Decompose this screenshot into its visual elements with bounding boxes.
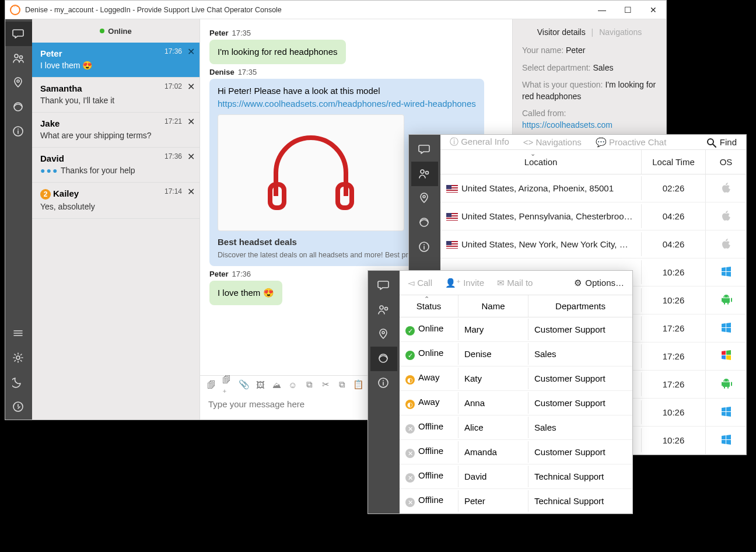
tab-navigations[interactable]: Navigations (599, 27, 642, 37)
product-link[interactable]: https://www.coolheadsets.com/headphones/… (218, 99, 476, 109)
chats-icon[interactable] (370, 273, 397, 298)
operator-department: Technical Support (528, 466, 632, 487)
visitor-local-time: 10:26 (641, 260, 705, 284)
tab-visitor-details[interactable]: Visitor details (537, 27, 586, 37)
people-icon[interactable] (370, 298, 397, 322)
os-icon (705, 174, 746, 202)
operator-row[interactable]: ◐AwayKatyCustomer Support (400, 366, 632, 391)
conversation-snippet: ●●● Thanks for your help (40, 166, 191, 175)
operators-table-head: ⌃ Status Name Departments (400, 295, 632, 317)
os-icon (705, 287, 746, 314)
operators-tabs: ◅ Call 👤⁺ Invite ✉ Mail to ⚙ Options… (400, 271, 632, 295)
gear-icon[interactable] (5, 346, 32, 371)
status-icon: ✕ (405, 498, 415, 507)
visitor-row[interactable]: United States, Arizona, Phoenix, 8500102… (440, 174, 746, 202)
svg-point-11 (423, 195, 425, 198)
conversation-item[interactable]: Samantha Thank you, I'll take it 17:02 ✕ (32, 78, 200, 113)
tab-navigations[interactable]: <> Navigations (523, 137, 582, 147)
close-conversation-icon[interactable]: ✕ (187, 46, 195, 57)
left-iconbar (5, 19, 32, 420)
paste-icon[interactable]: 📋 (353, 379, 363, 390)
mailto-button[interactable]: ✉ Mail to (497, 278, 533, 288)
minimize-button[interactable]: — (589, 1, 615, 19)
operator-status[interactable]: Online (32, 19, 200, 43)
operator-row[interactable]: ◐AwayAnnaCustomer Support (400, 391, 632, 415)
status-label: Online (108, 27, 131, 36)
conversation-item[interactable]: Peter I love them 😍 17:36 ✕ (32, 43, 200, 78)
col-departments[interactable]: Departments (528, 295, 632, 317)
os-icon (705, 315, 746, 342)
close-conversation-icon[interactable]: ✕ (187, 186, 195, 197)
typing-icon: ●●● (40, 166, 58, 175)
chart-icon[interactable]: ⛰ (271, 379, 282, 390)
visitor-local-time: 10:26 (641, 400, 705, 424)
chats-icon[interactable] (5, 22, 32, 46)
location-icon[interactable] (370, 322, 397, 347)
options-button[interactable]: ⚙ Options… (574, 278, 624, 288)
close-conversation-icon[interactable]: ✕ (187, 81, 195, 92)
operator-row[interactable]: ✕OfflineAliceSales (400, 415, 632, 440)
operator-name: David (458, 466, 528, 487)
orbit-icon[interactable] (370, 347, 397, 371)
close-conversation-icon[interactable]: ✕ (187, 116, 195, 127)
operator-row[interactable]: ✕OfflinePeterTechnical Support (400, 489, 632, 513)
menu-icon[interactable] (5, 322, 32, 346)
status-icon: ◐ (405, 375, 415, 385)
find-button[interactable]: Find (706, 137, 737, 148)
call-button[interactable]: ◅ Call (408, 278, 432, 288)
operator-row[interactable]: ✕OfflineDavidTechnical Support (400, 464, 632, 489)
logout-icon[interactable] (5, 395, 32, 420)
operator-row[interactable]: ✓OnlineDeniseSales (400, 342, 632, 366)
orbit-icon[interactable] (411, 211, 438, 235)
operator-row[interactable]: ✕OfflineAmandaCustomer Support (400, 440, 632, 464)
copy-icon[interactable]: ⧉ (337, 379, 347, 390)
attach-icon[interactable]: 📎 (239, 379, 249, 390)
orbit-icon[interactable] (5, 95, 32, 120)
message-header: Denise17:35 (209, 68, 503, 76)
visitor-row[interactable]: United States, New York, New York City, … (440, 230, 746, 258)
people-icon[interactable] (411, 162, 438, 186)
location-icon[interactable] (5, 71, 32, 95)
location-icon[interactable] (411, 186, 438, 211)
sort-caret-icon[interactable]: ⌄ (530, 150, 536, 158)
tab-proactive-chat[interactable]: 💬 Proactive Chat (596, 137, 667, 148)
col-os[interactable]: OS (705, 150, 746, 174)
image-icon[interactable]: 🖼 (255, 379, 265, 390)
tab-general-info[interactable]: ⓘ General Info (450, 137, 509, 148)
invite-button[interactable]: 👤⁺ Invite (445, 278, 484, 288)
sort-caret-icon[interactable]: ⌃ (424, 295, 429, 303)
cut-icon[interactable]: ✂ (320, 379, 331, 390)
conversation-item[interactable]: Jake What are your shipping terms? 17:21… (32, 113, 200, 148)
svg-point-16 (385, 308, 388, 310)
svg-point-9 (421, 170, 424, 173)
info-icon[interactable] (370, 371, 397, 396)
svg-point-10 (426, 172, 429, 174)
night-icon[interactable] (5, 371, 32, 395)
maximize-button[interactable]: ☐ (615, 1, 640, 19)
info-icon[interactable] (411, 235, 438, 260)
operator-row[interactable]: ✓OnlineMaryCustomer Support (400, 317, 632, 342)
called-from-link[interactable]: https://coolheadsets.com (522, 120, 612, 130)
col-name[interactable]: Name (458, 295, 528, 317)
info-icon[interactable] (5, 120, 32, 144)
operator-department: Customer Support (528, 319, 632, 340)
operator-department: Sales (528, 343, 632, 365)
chats-icon[interactable] (411, 137, 438, 162)
people-icon[interactable] (5, 46, 32, 71)
os-icon (705, 427, 746, 454)
emoji-icon[interactable]: ☺ (288, 379, 298, 390)
visitor-row[interactable]: United States, Pennsylvania, Chesterbroo… (440, 202, 746, 230)
close-conversation-icon[interactable]: ✕ (187, 151, 195, 162)
conversation-item[interactable]: 2Kailey Yes, absolutely 17:14 ✕ (32, 183, 200, 219)
status-icon: ✓ (405, 351, 415, 360)
canned-icon[interactable]: 🗐 (206, 379, 216, 390)
operator-name: Amanda (458, 441, 528, 463)
conversation-snippet: Yes, absolutely (40, 202, 191, 211)
col-local-time[interactable]: Local Time (641, 150, 705, 174)
conversation-item[interactable]: David ●●● Thanks for your help 17:36 ✕ (32, 148, 200, 183)
visitor-local-time: 17:26 (641, 344, 705, 368)
col-location[interactable]: Location (440, 150, 641, 174)
close-button[interactable]: ✕ (640, 1, 666, 19)
add-canned-icon[interactable]: 🗐₊ (222, 379, 233, 390)
snippet-icon[interactable]: ⧉ (304, 379, 314, 390)
